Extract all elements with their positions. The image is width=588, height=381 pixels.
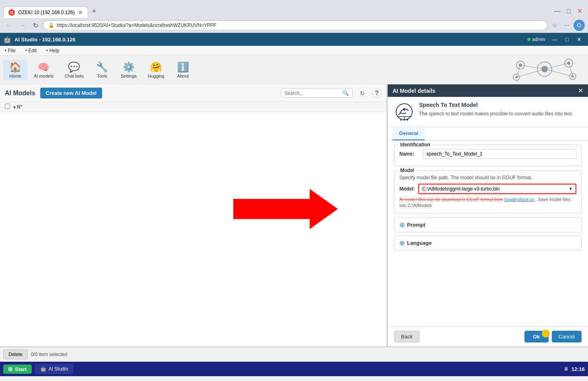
search-input[interactable] [284, 90, 341, 96]
app-title-controls: — □ ✕ [549, 35, 585, 43]
refresh-models-btn[interactable]: ↻ [358, 88, 367, 98]
network-graphic [504, 57, 585, 82]
browser-nav-bar: ← → ↻ 🔒 https://localhost:9520/AI+Studio… [0, 18, 588, 33]
taskbar-time: 12:16 [572, 366, 585, 372]
taskbar-app-icon: 🤖 [40, 366, 46, 372]
toolbar-tools-btn[interactable]: 🔧 Tools [90, 60, 114, 80]
model-select[interactable]: C:\AIModels\ggml-large-v3-turbo.bin [419, 184, 576, 193]
name-row: Name: [399, 149, 576, 159]
menu-file[interactable]: • File [3, 47, 17, 54]
chat-bots-icon: 💬 [68, 61, 80, 73]
model-select-wrapper: C:\AIModels\ggml-large-v3-turbo.bin ▼ [418, 184, 576, 194]
model-name-heading: Speech To Text Model [419, 102, 582, 108]
app-close-btn[interactable]: ✕ [574, 35, 585, 43]
new-tab-btn[interactable]: + [88, 5, 101, 18]
table-body [0, 112, 387, 346]
toolbar-settings-btn[interactable]: ⚙️ Settings [116, 60, 142, 80]
url-text: https://localhost:9520/AI+Studio/?a=Mode… [57, 23, 542, 28]
toolbar-hugging-btn[interactable]: 🤗 Hugging [143, 60, 169, 80]
status-text: 0/0 item selected [31, 352, 68, 357]
svg-line-12 [516, 69, 545, 77]
search-box: 🔍 [281, 88, 353, 98]
table-header: ▼ N° [0, 102, 387, 112]
help-btn[interactable]: ? [372, 88, 382, 98]
browser-tab-active[interactable]: O OZEKI 10 (192.168.0.126) ✕ [3, 6, 88, 18]
admin-label: admin [532, 37, 545, 42]
about-icon: ℹ️ [177, 61, 189, 73]
name-label: Name: [399, 151, 419, 157]
right-panel-close-btn[interactable]: ✕ [578, 87, 583, 94]
search-button[interactable]: 🔍 [342, 90, 349, 96]
name-input[interactable] [423, 149, 576, 159]
language-section[interactable]: ⊕ Language [394, 236, 582, 250]
profile-btn[interactable]: ⋯ [561, 20, 572, 30]
language-plus-icon: ⊕ [399, 239, 405, 247]
toolbar-ai-models-btn[interactable]: 🧠 AI models [29, 60, 58, 80]
app-max-btn[interactable]: □ [562, 35, 572, 43]
create-new-ai-model-btn[interactable]: Create new AI Model [40, 88, 103, 98]
model-dropdown-row: Model: C:\AIModels\ggml-large-v3-turbo.b… [399, 184, 576, 194]
toolbar-about-btn[interactable]: ℹ️ About [171, 60, 195, 80]
taskbar-ai-studio-btn[interactable]: 🤖 AI Studio [35, 364, 74, 374]
model-field-label: Model: [399, 186, 415, 192]
tabs-row: General [388, 127, 588, 141]
model-group: Model Specify model file path. The model… [394, 170, 582, 213]
menu-help[interactable]: • Help [45, 47, 61, 54]
svg-line-11 [545, 63, 569, 69]
page-title: AI Models [5, 90, 35, 97]
forward-btn[interactable]: → [17, 20, 28, 31]
model-hint: AI model files can be download in GGUF f… [399, 197, 576, 209]
address-bar[interactable]: 🔒 https://localhost:9520/AI+Studio/?a=Mo… [43, 20, 547, 30]
toolbar-tools-label: Tools [97, 74, 107, 78]
bookmark-btn[interactable]: ☆ [550, 20, 560, 30]
window-min-btn[interactable]: — [551, 6, 563, 16]
app-menubar: • File • Edit • Help [0, 46, 588, 55]
app-title: AI Studio - 192.168.0.126 [14, 37, 524, 43]
svg-point-18 [403, 108, 405, 111]
right-panel: AI Model details ✕ [387, 84, 588, 346]
select-all-checkbox[interactable] [5, 104, 10, 109]
browser-tabs: O OZEKI 10 (192.168.0.126) ✕ + — □ ✕ [0, 5, 588, 18]
start-windows-icon: ⊞ [8, 366, 12, 372]
window-max-btn[interactable]: □ [564, 6, 573, 16]
window-close-btn[interactable]: ✕ [575, 6, 585, 16]
language-label: Language [407, 240, 432, 246]
form-actions: Back Ok Cancel [388, 326, 588, 346]
toolbar-home-btn[interactable]: 🏠 Home [3, 60, 27, 80]
right-panel-title: AI Model details [393, 88, 436, 94]
admin-status-dot [527, 38, 530, 41]
model-desc-text: The speech to text model makes possible … [419, 111, 582, 117]
app-window: 🤖 AI Studio - 192.168.0.126 admin — □ ✕ … [0, 33, 588, 362]
svg-point-20 [400, 119, 402, 121]
tab-title: OZEKI 10 (192.168.0.126) [18, 10, 75, 15]
back-btn[interactable]: ← [3, 20, 14, 31]
svg-point-22 [407, 119, 408, 121]
toolbar-chat-bots-btn[interactable]: 💬 Chat bots [60, 60, 88, 80]
right-panel-header: AI Model details ✕ [388, 84, 588, 97]
browser-profile-icon[interactable]: O [574, 20, 585, 31]
ok-button[interactable]: Ok [524, 331, 548, 342]
toolbar-chat-bots-label: Chat bots [65, 74, 84, 78]
delete-button[interactable]: Delete [3, 350, 28, 359]
ok-highlight-dot [542, 330, 550, 338]
toolbar-home-label: Home [9, 74, 21, 78]
nav-actions: ☆ ⋯ O [550, 20, 585, 31]
app-min-btn[interactable]: — [549, 35, 561, 43]
prompt-section[interactable]: ⊕ Prompt [394, 217, 582, 232]
tab-general[interactable]: General [393, 127, 425, 140]
lock-icon: 🔒 [48, 23, 54, 28]
cancel-button[interactable]: Cancel [552, 331, 582, 342]
identification-legend: Identification [399, 142, 432, 147]
panel-header: AI Models Create new AI Model 🔍 ↻ ? [0, 84, 387, 102]
home-icon: 🏠 [9, 61, 21, 73]
toolbar-about-label: About [177, 74, 189, 78]
model-info-section: Speech To Text Model The speech to text … [388, 97, 588, 127]
back-button[interactable]: Back [394, 331, 419, 342]
menu-edit[interactable]: • Edit [24, 47, 38, 54]
toolbar-settings-label: Settings [121, 74, 137, 78]
left-panel: AI Models Create new AI Model 🔍 ↻ ? ▼ N° [0, 84, 387, 346]
refresh-btn[interactable]: ↻ [31, 20, 41, 31]
huggingface-link[interactable]: huggingface.co [504, 197, 535, 202]
tab-close-btn[interactable]: ✕ [78, 9, 83, 16]
start-button[interactable]: ⊞ Start [3, 365, 32, 374]
